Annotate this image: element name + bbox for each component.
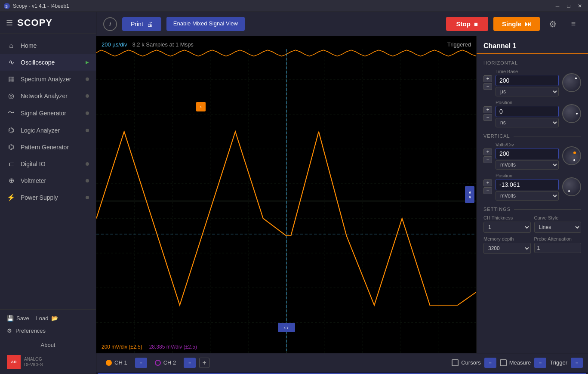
hamburger-icon[interactable]: ☰ [6, 18, 13, 28]
single-button[interactable]: Single ⏭ [493, 17, 540, 31]
add-channel-button[interactable]: + [199, 358, 209, 368]
trigger-button[interactable]: Trigger [550, 359, 567, 366]
sidebar-item-logic[interactable]: ⌬ Logic Analyzer [0, 122, 96, 139]
memory-depth-select[interactable]: 3200 6400 12800 [483, 243, 531, 254]
nav-arrow-icon: ▶ [86, 60, 89, 65]
volts-div-unit-select[interactable]: mVolts Volts [496, 160, 559, 170]
ch2-settings-button[interactable]: ≡ [184, 358, 196, 368]
cursors-settings-button[interactable]: ≡ [484, 358, 496, 368]
sidebar: ☰ SCOPY ⌂ Home ∿ Oscilloscope ▶ ▦ Spectr… [0, 12, 96, 374]
cursors-label: Cursors [461, 359, 481, 366]
nav-dot [86, 111, 89, 115]
enable-mixed-button[interactable]: Enable Mixed Signal View [166, 17, 245, 31]
h-position-knob[interactable] [562, 104, 581, 123]
bottom-scroll-handle[interactable]: ‹ › [278, 323, 295, 332]
sidebar-item-signal[interactable]: 〜 Signal Generator [0, 104, 96, 122]
volts-div-plus-button[interactable]: + [483, 148, 492, 155]
app-icon: S [3, 3, 10, 9]
sidebar-item-spectrum[interactable]: ▦ Spectrum Analyzer [0, 71, 96, 87]
preferences-button[interactable]: ⚙ Preferences [7, 325, 89, 337]
v-position-input[interactable] [496, 179, 559, 190]
logic-icon: ⌬ [7, 126, 15, 134]
settings-button[interactable]: ⚙ [545, 16, 560, 32]
volts-div-label: Volts/Div [496, 142, 559, 147]
sidebar-footer: 💾 Save Load 📂 ⚙ Preferences About AD ANA… [0, 309, 96, 374]
measure-button[interactable]: Measure [500, 359, 531, 366]
titlebar-controls: ─ □ ✕ [553, 1, 585, 11]
volts-div-row: + − Volts/Div mVolts Volts [477, 140, 588, 171]
ch2-button[interactable]: CH 2 [151, 358, 181, 368]
h-position-minus-button[interactable]: − [483, 114, 492, 121]
probe-attenuation-label: Probe Attenuation [534, 236, 582, 241]
minimize-button[interactable]: ─ [553, 1, 562, 11]
ch-thickness-select[interactable]: 1 2 3 [483, 222, 531, 233]
digital-io-icon: ⊏ [7, 160, 15, 168]
cursors-button[interactable]: Cursors [452, 359, 481, 366]
v-position-minus-button[interactable]: − [483, 187, 492, 194]
h-position-plusminus: + − [483, 106, 492, 121]
sidebar-item-label: Logic Analyzer [21, 127, 80, 134]
time-base-label: Time Base [496, 69, 559, 74]
info-button[interactable]: i [103, 17, 117, 31]
close-button[interactable]: ✕ [575, 1, 585, 11]
memory-depth-label: Memory depth [483, 236, 531, 241]
time-base-minus-button[interactable]: − [483, 83, 492, 90]
right-scroll-handle[interactable]: ∧∨ [465, 186, 474, 203]
time-base-input[interactable] [496, 75, 559, 86]
v-position-plus-button[interactable]: + [483, 179, 492, 186]
volts-div-minus-button[interactable]: − [483, 156, 492, 163]
about-button[interactable]: About [7, 340, 89, 350]
sidebar-item-network[interactable]: ◎ Network Analyzer [0, 87, 96, 104]
time-base-plus-button[interactable]: + [483, 75, 492, 82]
analog-logo-box: AD [7, 355, 21, 369]
h-position-input[interactable] [496, 106, 559, 117]
sidebar-item-pattern[interactable]: ⌬ Pattern Generator [0, 139, 96, 155]
toolbar: i Print 🖨 Enable Mixed Signal View Stop … [96, 12, 588, 36]
ch1-button[interactable]: CH 1 [102, 358, 132, 368]
sidebar-item-label: Pattern Generator [21, 144, 89, 151]
ch1-color-indicator [106, 360, 112, 366]
sidebar-item-power[interactable]: ⚡ Power Supply [0, 189, 96, 206]
cursors-checkbox[interactable] [452, 359, 459, 366]
sidebar-item-digitalio[interactable]: ⊏ Digital IO [0, 155, 96, 172]
maximize-button[interactable]: □ [564, 1, 573, 11]
volts-div-knob[interactable] [562, 146, 581, 165]
v-position-knob[interactable] [562, 177, 581, 196]
signal-gen-icon: 〜 [7, 108, 15, 117]
trigger-settings-button[interactable]: ≡ [571, 358, 583, 368]
v-position-label: Position [496, 173, 559, 178]
time-base-unit-select[interactable]: µs ms ns [496, 87, 559, 96]
lines-icon: ≡ [571, 19, 576, 28]
volts-div-input[interactable] [496, 148, 559, 159]
sidebar-item-home[interactable]: ⌂ Home [0, 37, 96, 54]
curve-style-select[interactable]: Lines Dots Steps [534, 222, 582, 233]
menu-button[interactable]: ≡ [566, 16, 581, 32]
ch1-settings-button[interactable]: ≡ [135, 358, 147, 368]
oscilloscope-plot[interactable] [96, 36, 476, 353]
measure-settings-button[interactable]: ≡ [534, 358, 546, 368]
h-position-label: Position [496, 100, 559, 105]
stop-button[interactable]: Stop ■ [446, 17, 488, 31]
print-button[interactable]: Print 🖨 [122, 17, 161, 31]
measure-label: Measure [509, 359, 531, 366]
save-button[interactable]: 💾 Save [7, 315, 29, 321]
settings-grid: CH Thickness 1 2 3 Curve Style Lines Dot… [477, 213, 588, 256]
sidebar-item-voltmeter[interactable]: ⊕ Voltmeter [0, 172, 96, 189]
v-position-unit-select[interactable]: mVolts Volts [496, 191, 559, 201]
memory-depth-group: Memory depth 3200 6400 12800 [483, 236, 531, 254]
probe-attenuation-input[interactable] [534, 243, 582, 253]
time-base-knob[interactable] [562, 73, 581, 92]
h-position-unit-select[interactable]: ns µs [496, 118, 559, 127]
load-icon: 📂 [51, 315, 58, 321]
measure-checkbox[interactable] [500, 359, 507, 366]
sidebar-item-oscilloscope[interactable]: ∿ Oscilloscope ▶ [0, 54, 96, 71]
plot-container: 200 µs/div 3.2 k Samples at 1 Msps Trigg… [96, 36, 476, 353]
trigger-handle[interactable]: › [196, 102, 206, 111]
power-icon: ⚡ [7, 193, 15, 201]
nav-dot [86, 94, 89, 98]
ch2-label: CH 2 [163, 359, 176, 366]
h-position-plus-button[interactable]: + [483, 106, 492, 113]
stop-icon: ■ [474, 20, 478, 28]
main-content: i Print 🖨 Enable Mixed Signal View Stop … [96, 12, 588, 374]
load-button[interactable]: Load 📂 [36, 315, 58, 321]
